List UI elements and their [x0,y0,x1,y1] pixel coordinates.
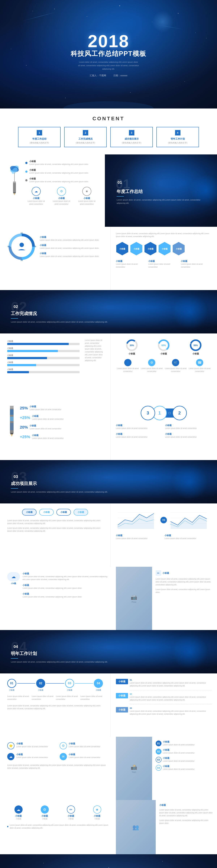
section01-num: 01 [118,180,122,185]
icon-grid-item-3: ☁ 小标题 Lorem ipsum dolor sit amet consect… [7,753,56,760]
diamond-body-text: Lorem ipsum dolor sit amet, consectetur … [7,519,103,525]
svg-rect-5 [13,182,16,183]
icon-item-phone: ☎ Lorem ipsum dolor sit amet consectetur [188,359,212,373]
svg-text:99%: 99% [193,344,198,347]
svg-text:小标题: 小标题 [161,248,167,250]
section02-desc: Lorem ipsum dolor sit amet, consectetur … [11,320,206,324]
content-box-num-3: 3 [129,130,134,135]
content-box-3: 3 成功项目展示 (请在此输入您的文字) [110,127,153,147]
content-box-title-2: 工作完成情况 [67,137,104,141]
pill-3: 小标题 [56,509,71,516]
section01-deco-line [117,196,124,196]
chart-right [169,509,212,531]
svg-text:02: 02 [21,232,23,235]
hex-text-3: 小标题 Lorem ipsum dolor sit amet consectet… [181,260,212,269]
slide-pencil-pct: 25% 小标题 Lorem ipsum dolor sit amet conse… [0,397,110,460]
slide-pair-10-11: 25% 小标题 Lorem ipsum dolor sit amet conse… [0,397,217,460]
circ-stat-text-1: Lorem ipsum dolor sit amet, consectetur … [40,239,103,242]
slide-circular-arrows: 02 04 06 08 小标题 Lorem ipsum dolor sit am… [0,227,110,290]
circle-icon-1: ☁ [32,187,41,196]
svg-rect-4 [13,182,16,192]
circ-stat-text-3: Lorem ipsum dolor sit amet, consectetur … [40,255,103,258]
svg-text:60%: 60% [161,344,166,347]
icon-grid-item-4: ✉ 小标题 Lorem ipsum dolor sit amet consect… [60,753,108,760]
team-photo-2: 👥 [116,800,156,854]
content-box-4: 4 明年工作计划 (请在此输入您的文字) [156,127,199,147]
team-photo: 📸 Team [116,737,152,800]
section04-inner: 04 04 明年工作计划 Lorem ipsum dolor sit amet,… [11,640,108,664]
slide-pair-22-23: ☁ 小标题 小标题 ⚙ 小标题 小标题 ✏ 小标题 小标题 ★ 小标题 小标题 [0,800,217,854]
overlap-circles-row: 3 1 □ 2 [116,406,212,420]
section04-bg-num: 04 [11,639,27,655]
pill-4: 小标题 [73,509,88,516]
stat-panel-1: 01 小标题 Lorem ipsum dolor sit amet consec… [156,740,214,746]
stat-title-3: 小标题 [29,177,89,180]
stat-title-1: 小标题 [29,160,89,163]
icon-item-person: 👤 Lorem ipsum dolor sit amet consectetur [116,359,140,373]
date-label: 日期：xxxxxx [113,74,127,77]
list-item-1: 小标题 01 Lorem ipsum dolor sit amet, conse… [116,679,212,690]
slide-content-overview: CONTENT 1 年度工作总结 (请在此输入您的文字) 2 工作完成情况 (请… [0,108,217,154]
svg-text:小标题: 小标题 [147,248,153,250]
list-item-3: 小标题 03 Lorem ipsum dolor sit amet, conse… [116,707,212,718]
slide-diamond-shapes: 小标题 小标题 小标题 小标题 Lorem ipsum dolor sit am… [0,503,110,567]
slide-pair-5-6: 02 04 06 08 小标题 Lorem ipsum dolor sit am… [0,227,217,290]
presenter-label: 汇报人：千图网 [90,74,106,77]
section04-num: 04 [13,644,18,649]
stat-title-2: 小标题 [29,168,89,172]
svg-text:08: 08 [8,245,10,248]
stat-panel-2: 02 小标题 Lorem ipsum dolor sit amet consec… [156,748,214,754]
vs-badge: VS [160,517,167,523]
step-desc-4: Lorem ipsum dolor sit amet consectetur [81,695,103,701]
svg-point-9 [20,243,24,247]
chart-label-1: 小标题 Lorem ipsum dolor sit amet consectet… [116,534,163,540]
slide-hexagon-grid: Lorem ipsum dolor sit amet, consectetur … [110,227,217,290]
slide-overlap-circles: 3 1 □ 2 小标题 Lorem ipsum dolor sit amet c… [110,397,217,460]
icon-small-row: ☁ 小标题 小标题 ⚙ 小标题 小标题 ✏ 小标题 小标题 ★ 小标题 小标题 [7,805,108,820]
svg-text:06: 06 [21,259,23,261]
slide-numbered-list: 小标题 01 Lorem ipsum dolor sit amet, conse… [110,674,217,737]
content-box-sub-2: (请在此输入您的文字) [67,142,104,144]
step-desc-1: Lorem ipsum dolor sit amet consectetur [7,695,30,701]
svg-marker-36 [10,434,13,437]
content-box-num-4: 4 [175,130,181,135]
team-info: 小标题 Lorem ipsum dolor sit amet, consecte… [156,800,217,854]
subtitle-text-2: Lorem ipsum dolor sit amet consectetur [51,200,72,206]
subtitle-3: 小标题 [76,197,98,200]
chart-left [116,509,159,531]
meeting-photo: 📷 Photo [116,567,152,630]
pencil-rotated [7,402,16,443]
progress-2: 小标题 [7,347,80,352]
section01-inner: 01 01 年度工作总结 Lorem ipsum dolor sit amet,… [116,177,206,205]
section03-deco [11,488,18,489]
content-box-num-2: 2 [83,130,88,135]
step-4: 04 [94,679,103,688]
slide-progress-bars: 小标题 小标题 小标题 [0,334,110,397]
hex-intro-text: Lorem ipsum dolor sit amet, consectetur … [116,232,212,238]
svg-rect-37 [10,409,13,415]
circ-stat-3: 小标题 [40,252,103,255]
pct-labels: 25% 小标题 Lorem ipsum dolor sit amet conse… [20,405,103,440]
content-box-sub-4: (请在此输入您的文字) [159,142,196,144]
slide-pair-13-14: 小标题 小标题 小标题 小标题 Lorem ipsum dolor sit am… [0,503,217,567]
circle-icon-3: ★ [82,187,91,196]
slide-pie-charts: 30% 小标题 60% 小标题 99% 小标题 [110,334,217,397]
section01-desc: Lorem ipsum dolor sit amet, consectetur … [117,198,206,205]
svg-rect-39 [10,423,13,430]
svg-marker-44 [118,514,154,529]
slide-section03-header: 03 03 成功项目展示 Lorem ipsum dolor sit amet,… [0,460,217,503]
cover-title: 科技风工作总结PPT模板 [71,50,146,58]
circ-stat-text-2: Lorem ipsum dolor sit amet, consectetur … [40,247,103,250]
overlap-text-2: 小标题 Lorem ipsum dolor sit amet consectet… [165,424,212,430]
progress-1: 小标题 [7,340,80,345]
pencil-plant-graphic [7,160,22,196]
chart-label-2: 小标题 Lorem ipsum dolor sit amet consectet… [164,534,212,540]
svg-text:小标题: 小标题 [119,248,125,250]
section04-desc: Lorem ipsum dolor sit amet, consectetur … [11,660,108,664]
cover-year: 2018 [88,31,129,51]
subtitle-text-1: Lorem ipsum dolor sit amet consectetur [25,200,47,206]
slide-photo-stats: 📸 Team 01 小标题 Lorem ipsum dolor sit amet… [116,737,217,800]
slide-photo-text: 📷 Photo ✏ 小标题 Lorem ipsum dolor sit amet… [116,567,217,630]
icon-grid-footer: Lorem ipsum dolor sit amet, consectetur … [7,764,108,770]
subtitle-1: 小标题 [25,197,47,200]
